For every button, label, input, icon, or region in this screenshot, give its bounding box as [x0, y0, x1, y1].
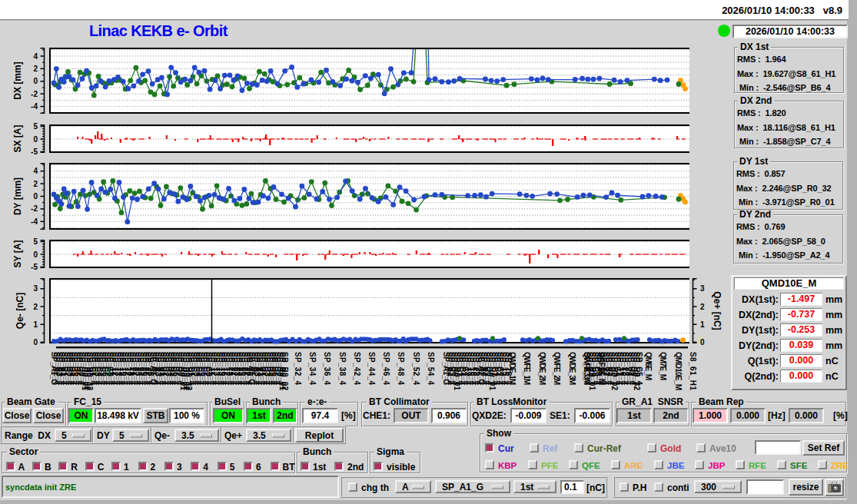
svg-text:2: 2: [700, 303, 705, 311]
svg-text:-2: -2: [31, 90, 38, 98]
svg-text:SX [A]: SX [A]: [12, 124, 23, 152]
svg-text:4: 4: [33, 52, 38, 61]
svg-text:SP_R0_02: SP_R0_02: [281, 352, 289, 390]
svg-text:0: 0: [33, 338, 38, 346]
svg-text:QM7E_M: QM7E_M: [659, 352, 667, 380]
svg-text:-5: -5: [31, 263, 38, 271]
svg-text:SP_34_4: SP_34_4: [308, 352, 317, 385]
svg-text:SP_38_4: SP_38_4: [338, 352, 347, 385]
svg-text:QM6E_M: QM6E_M: [644, 352, 653, 380]
svg-text:SP_32_4: SP_32_4: [294, 352, 302, 385]
svg-text:SP_48_4: SP_48_4: [397, 352, 405, 385]
svg-text:DY [mm]: DY [mm]: [12, 177, 23, 215]
svg-text:QWFE_1M: QWFE_1M: [523, 352, 531, 385]
svg-text:QWFE_2M: QWFE_2M: [553, 352, 561, 385]
svg-text:Qe- [nC]: Qe- [nC]: [15, 293, 25, 329]
svg-text:QWDE_2M: QWDE_2M: [538, 352, 546, 385]
svg-text:2: 2: [33, 180, 38, 188]
svg-text:SP_C5_4: SP_C5_4: [635, 352, 643, 385]
svg-text:2: 2: [33, 303, 38, 311]
svg-text:2: 2: [33, 65, 38, 73]
svg-text:5: 5: [33, 237, 38, 246]
svg-text:S8_61_H1: S8_61_H1: [689, 352, 697, 390]
svg-text:0: 0: [700, 338, 705, 346]
svg-text:QWDE_1M: QWDE_1M: [508, 352, 517, 385]
svg-text:SP_52_4: SP_52_4: [412, 352, 420, 385]
svg-text:0: 0: [33, 77, 38, 85]
svg-text:-4: -4: [31, 217, 38, 226]
svg-text:SY [A]: SY [A]: [12, 240, 23, 268]
svg-text:-2: -2: [31, 204, 38, 213]
svg-text:SP_46_4: SP_46_4: [382, 352, 390, 385]
svg-text:1: 1: [33, 320, 38, 329]
svg-text:QWDE_3M: QWDE_3M: [568, 352, 576, 385]
svg-text:-5: -5: [31, 148, 38, 156]
svg-text:4: 4: [33, 167, 38, 175]
svg-text:QMD10E_M: QMD10E_M: [674, 352, 683, 390]
svg-text:0: 0: [33, 192, 38, 201]
svg-text:SP_44_4: SP_44_4: [367, 352, 376, 385]
svg-text:Qe+ [nC]: Qe+ [nC]: [712, 291, 722, 330]
svg-text:1: 1: [700, 320, 705, 329]
svg-text:3: 3: [33, 284, 38, 293]
svg-text:0: 0: [33, 250, 38, 259]
svg-text:-4: -4: [31, 102, 38, 111]
svg-text:DX [mm]: DX [mm]: [12, 61, 23, 99]
svg-text:0: 0: [33, 135, 38, 144]
svg-text:SP_42_4: SP_42_4: [353, 352, 361, 385]
svg-text:SP_54_4: SP_54_4: [427, 352, 435, 385]
svg-text:3: 3: [700, 284, 705, 293]
svg-text:SP_36_4: SP_36_4: [323, 352, 331, 385]
svg-text:5: 5: [33, 122, 38, 131]
